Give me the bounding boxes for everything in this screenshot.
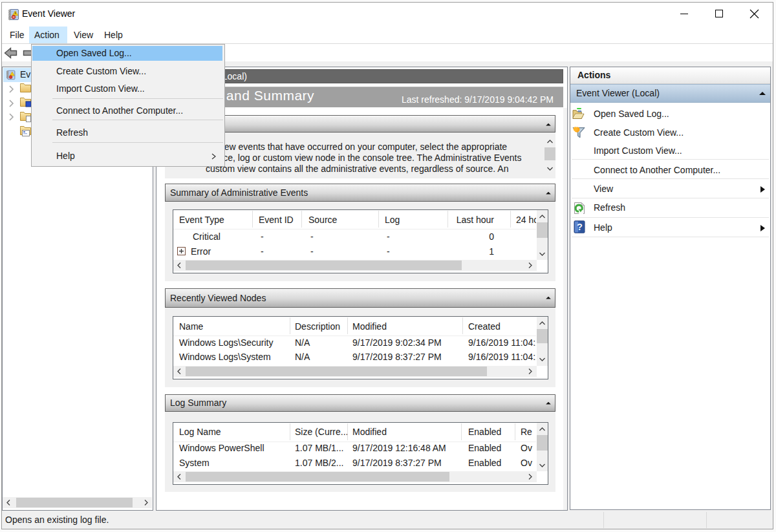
svg-text:?: ?	[577, 222, 583, 232]
